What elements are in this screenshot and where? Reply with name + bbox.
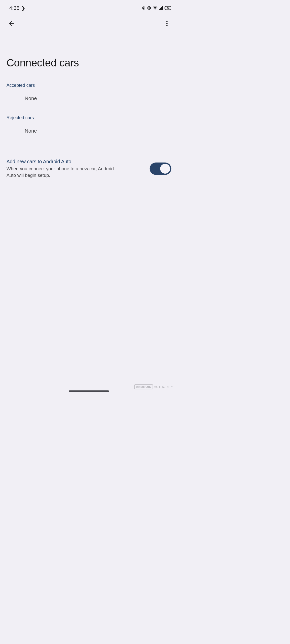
status-left: 4:35 ❯_ <box>9 5 27 11</box>
section-header-rejected: Rejected cars <box>0 107 178 122</box>
wifi-icon <box>153 6 158 10</box>
status-right: 74 <box>141 6 171 10</box>
svg-rect-10 <box>164 7 165 9</box>
terminal-icon: ❯_ <box>21 5 27 11</box>
svg-rect-0 <box>145 6 145 10</box>
app-bar <box>0 14 178 34</box>
watermark: ANDROID AUTHORITY <box>134 384 173 389</box>
bluetooth-icon <box>141 6 145 10</box>
svg-point-12 <box>166 21 168 22</box>
more-button[interactable] <box>161 18 172 29</box>
back-arrow-icon <box>8 20 15 27</box>
rejected-cars-value: None <box>0 122 178 140</box>
battery-icon: 74 <box>164 6 171 10</box>
status-time: 4:35 <box>9 5 20 11</box>
signal-icon <box>159 6 163 10</box>
svg-rect-4 <box>159 9 160 10</box>
svg-rect-3 <box>150 7 151 9</box>
status-bar: 4:35 ❯_ 74 <box>0 0 178 14</box>
svg-point-13 <box>166 23 168 24</box>
svg-text:74: 74 <box>167 7 169 9</box>
toggle-thumb <box>160 164 170 174</box>
svg-rect-7 <box>162 6 163 10</box>
gesture-bar[interactable] <box>69 390 109 392</box>
setting-add-new-cars[interactable]: Add new cars to Android Auto When you co… <box>0 147 178 179</box>
svg-rect-6 <box>161 7 162 10</box>
more-vert-icon <box>164 20 170 27</box>
section-header-accepted: Accepted cars <box>0 75 178 89</box>
toggle-add-new-cars[interactable] <box>150 163 171 175</box>
setting-text: Add new cars to Android Auto When you co… <box>7 159 143 179</box>
svg-rect-2 <box>147 7 148 9</box>
svg-rect-5 <box>160 8 161 10</box>
svg-point-14 <box>166 25 168 26</box>
watermark-brand: ANDROID <box>134 384 153 389</box>
page-title: Connected cars <box>0 34 178 75</box>
setting-description: When you connect your phone to a new car… <box>7 166 124 178</box>
accepted-cars-value: None <box>0 89 178 107</box>
svg-rect-1 <box>148 6 150 10</box>
back-button[interactable] <box>6 18 17 29</box>
watermark-site: AUTHORITY <box>154 385 173 389</box>
setting-title: Add new cars to Android Auto <box>7 159 143 165</box>
vibrate-icon <box>147 6 151 10</box>
